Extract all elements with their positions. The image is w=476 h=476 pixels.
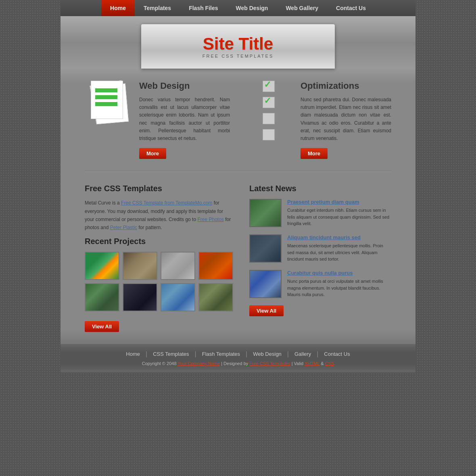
template-link[interactable]: Free CSS Template from TemplateMo.com [121,200,212,206]
news-item-2: Aliquam tincidunt mauris sed Maecenas sc… [249,234,391,263]
nav-web-gallery[interactable]: Web Gallery [277,0,327,16]
footer-nav: Home | CSS Templates | Flash Templates |… [67,351,409,358]
project-thumb-2[interactable] [123,252,157,280]
webdesign-more-button[interactable]: More [139,148,166,159]
optim-icon-container [246,81,294,159]
projects-grid [85,252,233,311]
project-thumb-4[interactable] [198,252,233,280]
webdesign-icon-container [85,81,133,159]
news-body-3: Nunc porta purus at orci vulputate sit a… [287,278,391,298]
recent-projects-title: Recent Projects [85,237,233,246]
css-link[interactable]: CSS [325,361,334,366]
features-row: Web Design Donec varius tempor hendrerit… [85,81,391,159]
header-area: Site Title FREE CSS TEMPLATES [61,16,415,69]
feature-optim: Optimizations Nunc sed pharetra dui. Don… [246,81,391,159]
site-subtitle: FREE CSS TEMPLATES [203,54,273,58]
main-content: Web Design Donec varius tempor hendrerit… [61,69,415,344]
checkbox-3 [263,113,275,124]
check-item-2 [263,97,278,108]
footer-copyright: Copyright © 2048 Your Company Name | Des… [67,361,409,366]
news-item-3: Curabitur quis nulla purus Nunc porta pu… [249,270,391,298]
footer-nav-gallery[interactable]: Gallery [289,351,317,357]
webdesign-text: Web Design Donec varius tempor hendrerit… [139,81,230,159]
project-image-trees [86,284,119,311]
check-item-3 [263,113,278,124]
checkbox-1 [263,81,275,92]
nav-templates[interactable]: Templates [135,0,180,16]
nav-web-design[interactable]: Web Design [227,0,277,16]
news-title-3: Curabitur quis nulla purus [287,270,391,276]
news-view-all-button[interactable]: View All [249,305,284,316]
news-content-2: Aliquam tincidunt mauris sed Maecenas sc… [287,234,391,263]
news-thumb-2 [249,234,282,263]
free-css-intro: Metal Curve is a Free CSS Template from … [85,199,233,232]
project-image-goldfish [86,253,119,279]
news-body-1: Curabitur eget interdum nibh. Etiam curs… [287,207,391,227]
check-item-1 [263,81,278,92]
project-image-silhouette [123,284,157,311]
project-thumb-7[interactable] [161,283,195,311]
main-nav: Home Templates Flash Files Web Design We… [61,0,415,16]
news-title-1: Praesent pretium diam quam [287,199,391,205]
site-title: Site Title [203,34,273,54]
project-thumb-8[interactable] [198,283,233,311]
project-thumb-5[interactable] [85,283,119,311]
header-box: Site Title FREE CSS TEMPLATES [141,24,335,69]
project-thumb-1[interactable] [85,252,119,280]
footer-nav-css[interactable]: CSS Templates [147,351,194,357]
designer-link[interactable]: Free CSS Templates [249,361,290,366]
right-column: Latest News Praesent pretium diam quam C… [249,184,391,332]
nav-contact-us[interactable]: Contact Us [327,0,375,16]
optim-text: Optimizations Nunc sed pharetra dui. Don… [301,81,391,159]
footer-nav-home[interactable]: Home [120,351,146,357]
xhtml-link[interactable]: XHTML [305,361,319,366]
news-image-1 [250,200,281,226]
peter-plastic-link[interactable]: Peter Plastic [110,225,137,230]
news-content-3: Curabitur quis nulla purus Nunc porta pu… [287,270,391,298]
check-item-4 [263,129,278,140]
project-image-building [161,284,194,311]
news-thumb-3 [249,270,282,298]
optim-body: Nunc sed pharetra dui. Donec malesuada r… [301,96,391,142]
left-column: Free CSS Templates Metal Curve is a Free… [85,184,233,332]
footer-nav-webdesign[interactable]: Web Design [247,351,287,357]
project-thumb-3[interactable] [161,252,195,280]
footer-nav-flash[interactable]: Flash Templates [196,351,246,357]
projects-view-all-button[interactable]: View All [85,321,119,332]
free-css-title: Free CSS Templates [85,184,233,193]
checkbox-4 [263,129,275,140]
project-image-horse [123,253,157,279]
news-body-2: Maecenas scelerisque pellentesque mollis… [287,242,391,263]
project-thumb-6[interactable] [123,283,157,311]
feature-webdesign: Web Design Donec varius tempor hendrerit… [85,81,230,159]
webdesign-icon [89,81,129,125]
webdesign-body: Donec varius tempor hendrerit. Nam conva… [139,96,230,142]
news-item-1: Praesent pretium diam quam Curabitur ege… [249,199,391,227]
checkbox-2 [263,97,275,108]
news-thumb-1 [249,199,282,227]
section-divider [85,171,391,172]
nav-home[interactable]: Home [101,0,135,16]
footer-nav-contact[interactable]: Contact Us [318,351,355,357]
checklist-icon [263,81,278,140]
webdesign-title: Web Design [139,81,230,91]
optim-more-button[interactable]: More [301,148,328,159]
footer: Home | CSS Templates | Flash Templates |… [61,344,415,372]
company-link[interactable]: Your Company Name [177,361,220,366]
optim-title: Optimizations [301,81,391,91]
project-image-elephant [199,284,232,311]
two-col-section: Free CSS Templates Metal Curve is a Free… [85,184,391,332]
news-title-2: Aliquam tincidunt mauris sed [287,234,391,240]
project-image-leaf [199,253,232,279]
nav-flash-files[interactable]: Flash Files [180,0,227,16]
free-photos-link[interactable]: Free Photos [197,217,223,222]
news-content-1: Praesent pretium diam quam Curabitur ege… [287,199,391,227]
news-image-2 [250,235,281,262]
latest-news-title: Latest News [249,184,391,193]
project-image-cat [161,253,194,279]
news-image-3 [250,271,281,297]
